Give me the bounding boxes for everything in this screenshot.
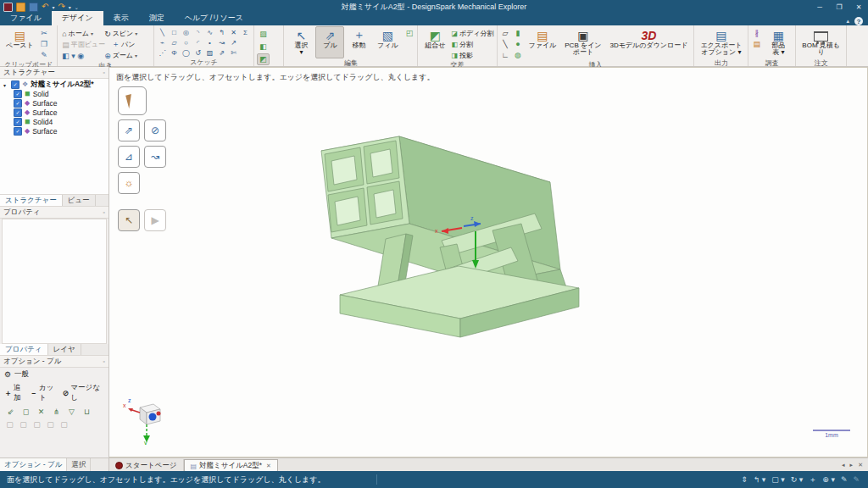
intersect-tool[interactable]: ◪ボディ分割 — [451, 28, 493, 38]
copy-pull-button[interactable]: ↖ — [118, 209, 140, 231]
redo-icon[interactable]: ↷ — [58, 3, 64, 11]
ruler-tool-button[interactable]: ⊿ — [118, 146, 140, 168]
tree-item-row[interactable]: ✓ ◼ Solid — [0, 90, 108, 98]
sketch-tool-icon[interactable]: ↺ — [192, 48, 203, 58]
status-tool-icon[interactable]: ⊕ ▾ — [822, 475, 835, 484]
item-label[interactable]: Surface — [32, 108, 57, 117]
root-label[interactable]: 対艦ミサイルA2型* — [31, 80, 93, 90]
sketch-tool-icon[interactable]: ○ — [181, 38, 192, 47]
bom-table-button[interactable]: ▦ 部品 表 ▾ — [764, 26, 793, 58]
close-tab-icon[interactable]: ✕ — [266, 463, 271, 469]
sketch-tool-icon[interactable]: ↗ — [228, 38, 239, 47]
insert-file-button[interactable]: ▤ ファイル — [526, 26, 560, 51]
bom-quote-button[interactable]: BOM 見積も り — [798, 26, 843, 58]
tab-options-pull[interactable]: オプション - プル — [0, 458, 67, 472]
orient-tool[interactable]: ⌂ホーム▾ — [60, 28, 101, 39]
combine-button[interactable]: ◩ 組合せ — [420, 26, 449, 51]
properties-content[interactable] — [2, 219, 107, 344]
item-checkbox[interactable]: ✓ — [14, 90, 22, 98]
sketch-tool-icon[interactable]: ◎ — [181, 28, 192, 37]
sketch-tool-icon[interactable]: ⌁ — [157, 38, 168, 47]
open-file-icon[interactable] — [16, 3, 25, 12]
sketch-tool-icon[interactable]: ✄ — [228, 48, 239, 58]
item-checkbox[interactable]: ✓ — [14, 108, 22, 117]
pull-mode-option[interactable]: ⊘マージなし — [63, 383, 104, 403]
pin-icon[interactable]: ▫ — [103, 358, 105, 364]
sketch-tool-icon[interactable]: ⇗ — [216, 48, 227, 58]
select-tool-button[interactable] — [118, 86, 147, 115]
sketch-tool-icon[interactable]: Σ — [240, 28, 251, 37]
status-tool-icon[interactable]: ⇕ — [741, 475, 748, 484]
sweep-tool-button[interactable]: ↝ — [144, 146, 166, 168]
insert-tool-icon[interactable]: ◍ — [513, 50, 524, 60]
tab-layers[interactable]: レイヤ — [48, 344, 81, 355]
edit-tool-button[interactable]: ⇗ プル — [315, 26, 344, 58]
note-icon[interactable]: ▤ — [751, 39, 762, 49]
undo-icon[interactable]: ↶ — [42, 3, 48, 11]
mode-tool-icon[interactable]: ◧ — [257, 41, 270, 53]
insert-tool-icon[interactable]: ▱ — [500, 28, 511, 38]
clipboard-tool-icon[interactable]: ❐ — [39, 39, 50, 49]
redo-dropdown-icon[interactable]: ▾ — [69, 4, 71, 10]
insert-tool-icon[interactable]: ╲ — [500, 39, 511, 49]
sketch-tool-icon[interactable]: □ — [169, 28, 180, 37]
clipboard-tool-icon[interactable]: ✎ — [39, 50, 50, 60]
tab-view[interactable]: ビュー — [63, 195, 96, 206]
tree-item-row[interactable]: ✓ ◆ Surface — [0, 127, 108, 136]
intersect-tool[interactable]: ◧分割 — [451, 39, 493, 49]
options-general-row[interactable]: ⚙ 一般 — [0, 368, 108, 381]
item-checkbox[interactable]: ✓ — [14, 127, 22, 136]
orientation-triad[interactable]: x z y — [121, 397, 175, 445]
edit-extra-icon[interactable]: ◰ — [403, 28, 415, 38]
edit-tool-button[interactable]: ▧ フィル — [373, 26, 402, 58]
status-tool-icon[interactable]: ▢ ▾ — [771, 475, 785, 484]
sketch-tool-icon[interactable]: ✕ — [228, 28, 239, 37]
tab-design[interactable]: デザイン — [52, 11, 103, 25]
edit-tool-button[interactable]: ＋ 移動 — [344, 26, 373, 58]
mode-tool-icon[interactable]: ◩ — [257, 53, 270, 65]
tab-properties[interactable]: プロパティ — [0, 344, 48, 355]
orient-tool[interactable]: ⊕ズーム▾ — [103, 50, 143, 61]
item-label[interactable]: Surface — [32, 127, 57, 136]
pin-icon[interactable]: ▫ — [103, 69, 105, 75]
item-checkbox[interactable]: ✓ — [14, 118, 22, 126]
tree-root-row[interactable]: ▾ ✓ ❖ 対艦ミサイルA2型* — [0, 80, 108, 89]
orient-tool[interactable]: ▤平面ビュー — [60, 39, 108, 50]
download-3d-model-button[interactable]: 3D 3Dモデルのダウンロード — [607, 26, 692, 51]
sketch-tool-icon[interactable]: • — [204, 38, 215, 47]
sketch-tool-icon[interactable]: ◝ — [192, 28, 203, 37]
status-tool-icon[interactable]: ↰ ▾ — [754, 475, 766, 484]
insert-tool-icon[interactable]: ▮ — [513, 28, 524, 38]
sketch-tool-icon[interactable]: ▱ — [169, 38, 180, 47]
sketch-tool-icon[interactable]: ▨ — [204, 48, 215, 58]
pull-option-icon[interactable]: ◻ — [19, 406, 32, 418]
tab-display[interactable]: 表示 — [103, 11, 139, 25]
item-label[interactable]: Surface — [32, 99, 57, 108]
sketch-tool-icon[interactable]: ↝ — [216, 38, 227, 47]
pull-option-icon[interactable]: ⋔ — [50, 406, 63, 418]
mode-tool-icon[interactable]: ▨ — [257, 28, 270, 40]
orient-tool[interactable]: ↻スピン▾ — [103, 28, 143, 39]
undo-dropdown-icon[interactable]: ▾ — [52, 4, 54, 10]
status-tool-icon[interactable]: ✎ — [853, 475, 860, 484]
viewport[interactable]: 面を選択してドラッグし、オフセットします。エッジを選択してドラッグし、丸くします… — [109, 67, 868, 458]
tab-start-page[interactable]: スタートページ — [109, 459, 184, 472]
export-options-button[interactable]: ▤ エクスポート オプション ▾ — [697, 26, 745, 58]
status-tool-icon[interactable]: ↻ ▾ — [791, 475, 804, 484]
sketch-tool-icon[interactable]: ╲ — [157, 28, 168, 37]
pin-icon[interactable]: ▫ — [103, 209, 105, 215]
clipboard-tool-icon[interactable]: ✂ — [39, 28, 50, 38]
save-icon[interactable] — [29, 3, 38, 12]
edit-tool-button[interactable]: ↖ 選択 ▾ — [287, 26, 315, 58]
tab-selection[interactable]: 選択 — [67, 458, 91, 472]
full-pull-button[interactable]: ☼ — [118, 172, 140, 194]
no-rotate-button[interactable]: ⊘ — [144, 119, 166, 141]
tree-item-row[interactable]: ✓ ◆ Surface — [0, 108, 108, 117]
tab-structure[interactable]: ストラクチャー — [0, 195, 63, 206]
customize-toolbar-icon[interactable]: ⌄ — [75, 4, 79, 10]
tab-measure[interactable]: 測定 — [139, 11, 175, 25]
collapse-ribbon-icon[interactable]: ▴ — [846, 18, 849, 25]
pull-mode-option[interactable]: －カット — [30, 383, 59, 403]
restore-button[interactable]: ❐ — [830, 1, 849, 13]
minimize-button[interactable]: ─ — [810, 1, 829, 13]
